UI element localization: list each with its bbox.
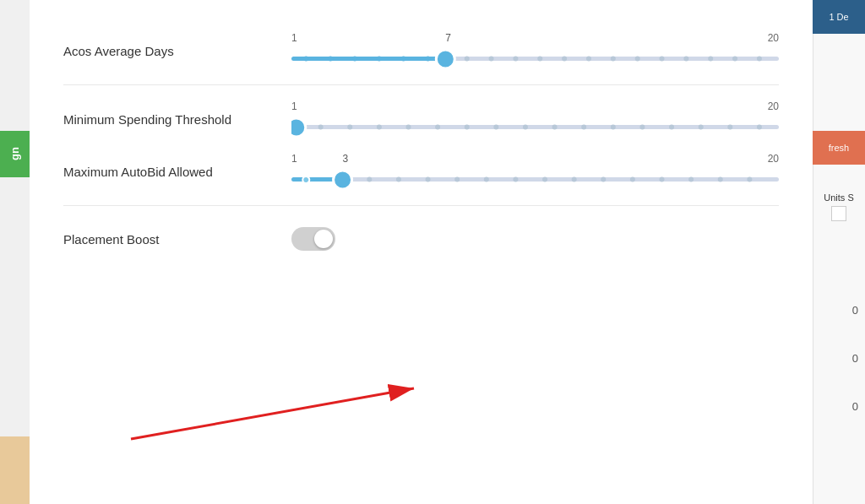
units-checkbox[interactable] [831,206,846,221]
svg-point-34 [639,125,645,130]
svg-point-44 [396,177,401,182]
svg-point-12 [562,57,567,62]
acos-value: 7 [445,32,451,44]
svg-point-26 [405,125,411,130]
autobid-min: 1 [291,153,297,165]
acos-slider[interactable] [291,49,779,69]
svg-point-43 [367,177,372,182]
autobid-value: 3 [343,153,349,165]
svg-point-37 [727,125,732,130]
svg-point-2 [328,57,333,62]
svg-point-39 [291,118,306,137]
placement-boost-toggle[interactable] [291,227,335,251]
autobid-numbers: 1 3 20 [291,153,779,165]
autobid-row: Maximum AutoBid Allowed 1 3 20 [63,153,779,190]
svg-point-14 [611,57,616,62]
svg-point-3 [352,57,357,62]
left-sidebar-orange [0,436,30,504]
acos-slider-wrapper: 1 7 20 [291,32,779,69]
svg-point-21 [436,50,454,68]
svg-point-25 [377,125,382,130]
svg-point-18 [708,57,713,62]
svg-point-47 [484,177,489,182]
svg-point-46 [454,177,460,182]
svg-point-51 [601,177,606,182]
svg-point-33 [611,125,616,130]
svg-point-52 [630,177,635,182]
toggle-knob [314,230,333,248]
right-panel: 1 De fresh Units S 0 0 0 [813,0,865,504]
right-panel-button1[interactable]: 1 De [813,0,865,34]
svg-point-36 [699,125,704,130]
svg-point-15 [635,57,640,62]
svg-point-50 [572,177,577,182]
autobid-slider[interactable] [291,170,779,190]
svg-point-4 [377,57,382,62]
autobid-label: Maximum AutoBid Allowed [63,165,266,179]
svg-point-29 [493,125,498,130]
svg-point-28 [465,125,470,130]
right-panel-values: 0 0 0 [813,304,865,413]
spending-section: Minimum Spending Threshold 1 20 [63,85,779,206]
svg-point-45 [426,177,431,182]
svg-point-38 [757,125,762,130]
svg-point-13 [586,57,591,62]
right-value-3: 0 [852,400,858,413]
svg-point-6 [426,57,431,62]
svg-point-27 [435,125,440,130]
spending-min: 1 [291,100,297,112]
spending-label: Minimum Spending Threshold [63,112,266,127]
main-content: Acos Average Days 1 7 20 [30,0,813,504]
acos-numbers: 1 7 20 [291,32,779,44]
right-panel-refresh-button[interactable]: fresh [813,131,865,165]
acos-section: Acos Average Days 1 7 20 [63,17,779,85]
svg-rect-22 [291,125,779,129]
autobid-max: 20 [768,153,779,165]
right-panel-units: Units S [813,186,865,228]
acos-row: Acos Average Days 1 7 20 [63,32,779,69]
svg-point-31 [552,125,558,130]
svg-point-19 [732,57,737,62]
placement-boost-label: Placement Boost [63,232,266,247]
svg-point-57 [302,176,309,183]
svg-point-32 [581,125,586,130]
spending-slider[interactable] [291,117,779,138]
svg-point-48 [513,177,518,182]
svg-point-24 [347,125,352,130]
spending-max: 20 [768,100,779,112]
acos-min: 1 [291,32,297,44]
svg-point-35 [669,125,674,130]
svg-point-54 [688,177,694,182]
spending-slider-wrapper: 1 20 [291,100,779,138]
svg-point-20 [757,57,762,62]
svg-point-30 [523,125,528,130]
svg-point-53 [660,177,665,182]
left-sidebar-green: gn [0,131,30,177]
svg-point-23 [318,125,324,130]
svg-point-5 [401,57,406,62]
right-value-2: 0 [852,352,858,365]
svg-point-1 [303,57,308,62]
svg-point-10 [513,57,518,62]
svg-point-16 [660,57,665,62]
svg-rect-0 [291,57,445,61]
svg-point-17 [683,57,688,62]
svg-rect-42 [343,177,779,182]
placement-boost-row: Placement Boost [63,206,779,263]
spending-row: Minimum Spending Threshold 1 20 [63,100,779,138]
svg-point-56 [747,177,752,182]
acos-max: 20 [768,32,779,44]
svg-point-49 [542,177,547,182]
svg-point-8 [465,57,470,62]
svg-point-9 [489,57,494,62]
svg-point-58 [334,171,352,189]
left-sidebar: gn [0,0,30,504]
svg-point-11 [537,57,542,62]
autobid-slider-wrapper: 1 3 20 [291,153,779,190]
acos-label: Acos Average Days [63,44,266,58]
units-label: Units S [824,192,853,203]
right-value-1: 0 [852,304,858,317]
svg-point-55 [718,177,723,182]
spending-numbers: 1 20 [291,100,779,112]
